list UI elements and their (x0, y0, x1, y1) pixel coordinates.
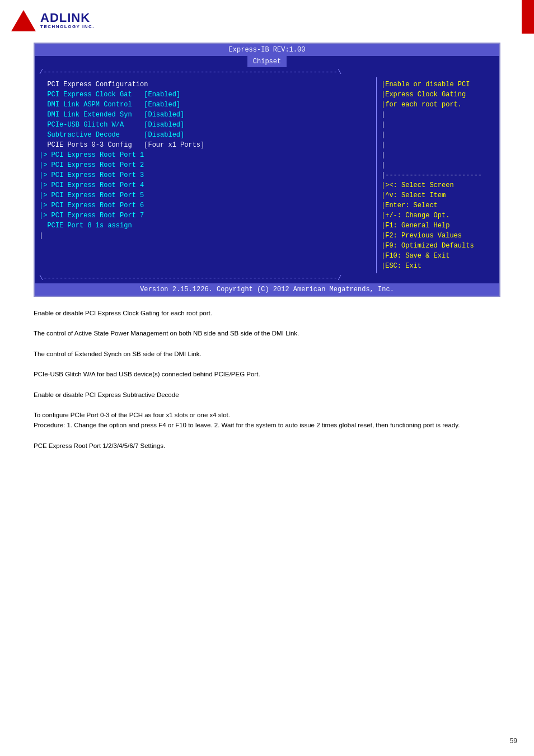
bios-left-line: DMI Link Extended Syn [Disabled] (39, 110, 372, 120)
bios-left-line: | (39, 231, 372, 241)
description-paragraph-desc6: To configure PCIe Port 0-3 of the PCH as… (34, 410, 500, 431)
bios-left-line: PCIe-USB Glitch W/A [Disabled] (39, 120, 372, 130)
logo-triangle-icon (11, 10, 36, 31)
bios-right-line: | (381, 140, 495, 150)
bios-screen: Express-IB REV:1.00 Chipset /-----------… (34, 43, 500, 297)
description-paragraph-desc1: Enable or disable PCI Express Clock Gati… (34, 308, 500, 318)
bios-right-line: | (381, 110, 495, 120)
description-paragraph-desc2: The control of Active State Power Manage… (34, 328, 500, 338)
bios-right-line: |------------------------ (381, 170, 495, 180)
bios-right-line: |Enable or disable PCI (381, 80, 495, 90)
bios-title: Express-IB REV:1.00 (35, 44, 499, 56)
logo-area: ADLINK TECHNOLOGY INC. (11, 10, 95, 31)
bios-left-line: |> PCI Express Root Port 1 (39, 150, 372, 160)
bios-right-line: |F1: General Help (381, 221, 495, 231)
bios-right-line: |^v: Select Item (381, 190, 495, 200)
bios-separator-top: /---------------------------------------… (35, 67, 499, 77)
bios-left-line: |> PCI Express Root Port 2 (39, 160, 372, 170)
bios-right-line: |Express Clock Gating (381, 90, 495, 100)
bios-right-line: |+/-: Change Opt. (381, 211, 495, 221)
bios-right-line: | (381, 120, 495, 130)
bios-left-line: DMI Link ASPM Control [Enabled] (39, 100, 372, 110)
bios-main-content: PCI Express Configuration PCI Express Cl… (35, 77, 499, 273)
bios-right-line: |><: Select Screen (381, 180, 495, 190)
bios-left-line: PCIE Ports 0-3 Config [Four x1 Ports] (39, 140, 372, 150)
bios-version: Version 2.15.1226. Copyright (C) 2012 Am… (35, 283, 499, 296)
bios-left-line: PCI Express Configuration (39, 80, 372, 90)
bios-left-line: PCI Express Clock Gat [Enabled] (39, 90, 372, 100)
bios-left-line: |> PCI Express Root Port 5 (39, 190, 372, 200)
bios-right-line: |for each root port. (381, 100, 495, 110)
bios-left-line: |> PCI Express Root Port 6 (39, 200, 372, 211)
bios-left-line: |> PCI Express Root Port 4 (39, 180, 372, 190)
logo-adlink: ADLINK (40, 12, 95, 24)
description-paragraph-desc3: The control of Extended Synch on SB side… (34, 349, 500, 359)
red-accent-square (522, 0, 534, 34)
bios-right-line: |ESC: Exit (381, 261, 495, 271)
bios-right-line: | (381, 160, 495, 170)
descriptions-area: Enable or disable PCI Express Clock Gati… (34, 308, 500, 451)
bios-left-line: |> PCI Express Root Port 3 (39, 170, 372, 180)
description-paragraph-desc5: Enable or disable PCI Express Subtractiv… (34, 390, 500, 400)
bios-left-line: Subtractive Decode [Disabled] (39, 130, 372, 140)
logo-text: ADLINK TECHNOLOGY INC. (40, 12, 95, 30)
bios-separator-bot: \---------------------------------------… (35, 273, 499, 283)
bios-subtitle-row: Chipset (35, 56, 499, 67)
bios-right-line: |F9: Optimized Defaults (381, 241, 495, 251)
bios-right-line: |Enter: Select (381, 200, 495, 211)
description-paragraph-desc4: PCIe-USB Glitch W/A for bad USB device(s… (34, 369, 500, 379)
bios-left-line: PCIE Port 8 is assign (39, 221, 372, 231)
bios-right-line: |F2: Previous Values (381, 231, 495, 241)
header: ADLINK TECHNOLOGY INC. (0, 0, 534, 37)
bios-right-panel: |Enable or disable PCI|Express Clock Gat… (376, 77, 499, 273)
bios-left-panel: PCI Express Configuration PCI Express Cl… (35, 77, 376, 273)
description-paragraph-desc7: PCE Express Root Port 1/2/3/4/5/6/7 Sett… (34, 441, 500, 451)
bios-subtitle: Chipset (247, 56, 287, 67)
bios-right-line: | (381, 130, 495, 140)
logo-subtitle: TECHNOLOGY INC. (40, 24, 95, 30)
page-number: 59 (510, 737, 517, 745)
bios-left-line: |> PCI Express Root Port 7 (39, 211, 372, 221)
bios-right-line: | (381, 150, 495, 160)
bios-right-line: |F10: Save & Exit (381, 251, 495, 261)
